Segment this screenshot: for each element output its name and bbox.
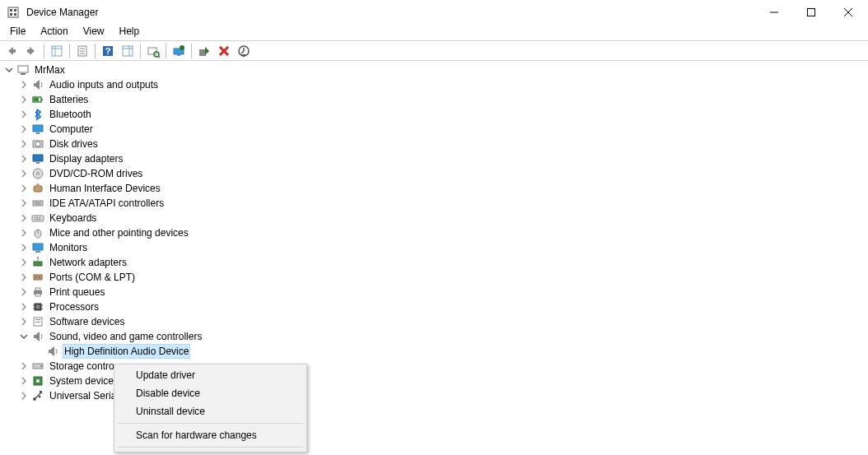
maximize-button[interactable] bbox=[792, 1, 829, 24]
tree-category[interactable]: Human Interface Devices bbox=[3, 181, 868, 196]
software-icon bbox=[31, 315, 44, 328]
chevron-right-icon[interactable] bbox=[18, 79, 30, 91]
chevron-right-icon[interactable] bbox=[18, 227, 30, 239]
chevron-right-icon[interactable] bbox=[18, 109, 30, 120]
back-button[interactable] bbox=[2, 42, 21, 60]
toolbar-separator bbox=[191, 44, 192, 58]
menubar: File Action View Help bbox=[0, 25, 868, 41]
tree-device[interactable]: High Definition Audio Device bbox=[3, 344, 868, 359]
show-hide-tree-button[interactable] bbox=[48, 42, 66, 60]
tree-category[interactable]: IDE ATA/ATAPI controllers bbox=[3, 196, 868, 211]
svg-point-84 bbox=[36, 379, 40, 383]
tree-category[interactable]: Computer bbox=[3, 122, 868, 137]
toolbar-separator bbox=[44, 44, 44, 58]
menu-file[interactable]: File bbox=[3, 23, 32, 39]
titlebar: Device Manager bbox=[0, 0, 868, 25]
tree-category[interactable]: Print queues bbox=[3, 285, 868, 299]
chevron-right-icon[interactable] bbox=[18, 94, 30, 105]
svg-rect-2 bbox=[14, 9, 16, 12]
tree-category[interactable]: Processors bbox=[3, 299, 868, 314]
chevron-right-icon[interactable] bbox=[18, 360, 30, 372]
chevron-right-icon[interactable] bbox=[18, 390, 30, 402]
tree-category-label: Computer bbox=[48, 122, 95, 137]
disk-icon bbox=[31, 137, 44, 151]
chevron-down-icon[interactable] bbox=[3, 64, 15, 76]
chevron-right-icon[interactable] bbox=[18, 316, 30, 327]
svg-rect-56 bbox=[35, 219, 41, 220]
computer-icon bbox=[16, 63, 30, 77]
menu-help[interactable]: Help bbox=[113, 23, 147, 39]
properties-button[interactable] bbox=[73, 42, 91, 60]
usb-icon bbox=[31, 389, 44, 402]
chevron-right-icon[interactable] bbox=[18, 183, 30, 194]
svg-rect-23 bbox=[148, 48, 156, 54]
tree-category[interactable]: Keyboards bbox=[3, 211, 868, 225]
printer-icon bbox=[31, 286, 44, 299]
chevron-right-icon[interactable] bbox=[18, 257, 30, 268]
chevron-right-icon[interactable] bbox=[18, 272, 30, 283]
tree-category[interactable]: Audio inputs and outputs bbox=[3, 77, 868, 92]
tree-category-label: DVD/CD-ROM drives bbox=[48, 166, 144, 181]
chevron-right-icon[interactable] bbox=[18, 138, 30, 150]
tree-category-label: Print queues bbox=[48, 285, 106, 299]
svg-line-25 bbox=[158, 56, 160, 58]
tree-category[interactable]: Network adapters bbox=[3, 255, 868, 270]
menu-view[interactable]: View bbox=[77, 23, 111, 39]
svg-rect-43 bbox=[33, 155, 43, 161]
tree-category-label: Ports (COM & LPT) bbox=[48, 270, 137, 285]
chevron-right-icon[interactable] bbox=[18, 212, 30, 224]
update-driver-button[interactable] bbox=[170, 42, 188, 60]
svg-rect-47 bbox=[34, 186, 42, 192]
context-menu[interactable]: Update driver Disable device Uninstall d… bbox=[114, 364, 307, 453]
window-controls bbox=[755, 1, 866, 24]
svg-point-46 bbox=[37, 173, 40, 175]
tree-category[interactable]: Disk drives bbox=[3, 137, 868, 151]
tree-category-label: Sound, video and game controllers bbox=[48, 329, 203, 344]
tree-category[interactable]: Sound, video and game controllers bbox=[3, 329, 868, 344]
svg-point-48 bbox=[36, 183, 40, 187]
chevron-right-icon[interactable] bbox=[18, 286, 30, 298]
tree-root[interactable]: MrMax bbox=[3, 63, 868, 77]
help-button[interactable]: ? bbox=[99, 42, 117, 60]
enable-device-button[interactable] bbox=[195, 42, 213, 60]
ctx-uninstall-device[interactable]: Uninstall device bbox=[116, 402, 305, 420]
tree-category-label: Mice and other pointing devices bbox=[48, 225, 190, 240]
tree-category[interactable]: Bluetooth bbox=[3, 107, 868, 122]
minimize-button[interactable] bbox=[755, 1, 792, 24]
svg-rect-77 bbox=[35, 319, 40, 320]
scan-hardware-button[interactable] bbox=[144, 42, 162, 60]
ctx-scan-hardware[interactable]: Scan for hardware changes bbox=[116, 426, 305, 444]
menu-action[interactable]: Action bbox=[34, 23, 74, 39]
chevron-right-icon[interactable] bbox=[18, 375, 30, 387]
chevron-down-icon[interactable] bbox=[18, 331, 30, 342]
chevron-right-icon[interactable] bbox=[18, 123, 30, 135]
svg-rect-11 bbox=[52, 46, 62, 56]
chevron-right-icon[interactable] bbox=[18, 168, 30, 179]
svg-rect-52 bbox=[32, 216, 44, 221]
svg-rect-44 bbox=[36, 162, 40, 164]
close-button[interactable] bbox=[829, 1, 866, 24]
forward-button[interactable] bbox=[22, 42, 40, 60]
chevron-right-icon[interactable] bbox=[18, 153, 30, 165]
ide-icon bbox=[31, 197, 44, 210]
chevron-right-icon[interactable] bbox=[18, 197, 30, 209]
chevron-right-icon[interactable] bbox=[18, 242, 30, 253]
toolbar-separator bbox=[140, 44, 141, 58]
tree-category[interactable]: Monitors bbox=[3, 240, 868, 255]
tree-category[interactable]: Ports (COM & LPT) bbox=[3, 270, 868, 285]
tree-category[interactable]: Display adapters bbox=[3, 151, 868, 166]
tree-category[interactable]: Mice and other pointing devices bbox=[3, 225, 868, 240]
tree-category[interactable]: Batteries bbox=[3, 92, 868, 107]
ctx-disable-device[interactable]: Disable device bbox=[116, 384, 305, 402]
system-icon bbox=[31, 374, 44, 388]
legacy-hardware-button[interactable] bbox=[235, 42, 253, 60]
ctx-update-driver[interactable]: Update driver bbox=[116, 366, 305, 384]
chevron-right-icon[interactable] bbox=[18, 301, 30, 313]
toolbar-separator bbox=[166, 44, 166, 58]
mouse-icon bbox=[31, 226, 44, 239]
uninstall-device-button[interactable] bbox=[215, 42, 233, 60]
show-hide-action-pane-button[interactable] bbox=[119, 42, 137, 60]
tree-category[interactable]: Software devices bbox=[3, 314, 868, 329]
tree-category-label: IDE ATA/ATAPI controllers bbox=[48, 196, 166, 211]
tree-category[interactable]: DVD/CD-ROM drives bbox=[3, 166, 868, 181]
